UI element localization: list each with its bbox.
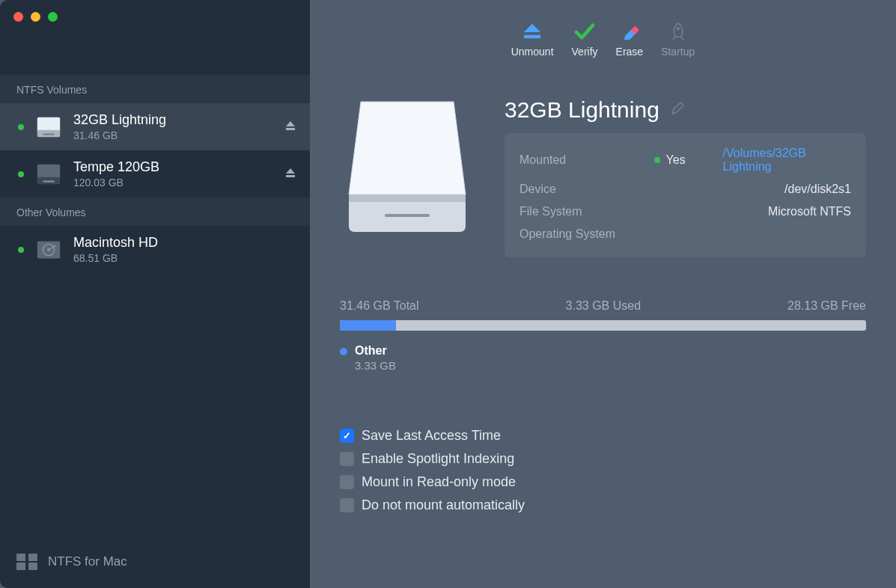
usage-used: 3.33 GB Used <box>566 299 641 313</box>
usage-bar-fill <box>340 320 396 331</box>
option-save-last-access[interactable]: Save Last Access Time <box>340 424 866 447</box>
mounted-status: Yes <box>666 153 723 167</box>
erase-button[interactable]: Erase <box>616 22 644 58</box>
svg-rect-15 <box>25 554 28 570</box>
volume-row-tempe-120gb[interactable]: Tempe 120GB 120.03 GB <box>0 150 310 197</box>
edit-name-button[interactable] <box>670 101 685 119</box>
zoom-window-button[interactable] <box>48 12 58 22</box>
pencil-icon <box>670 101 685 116</box>
volume-info: 32GB Lightning Mounted Yes /Volumes/32GB… <box>505 97 866 257</box>
checkbox-icon <box>340 498 354 512</box>
option-spotlight-indexing[interactable]: Enable Spotlight Indexing <box>340 447 866 471</box>
option-label: Mount in Read-only mode <box>362 474 516 490</box>
volume-name: 32GB Lightning <box>73 112 274 128</box>
rocket-icon <box>667 22 689 41</box>
option-no-automount[interactable]: Do not mount automatically <box>340 494 866 517</box>
checkmark-icon <box>573 22 596 41</box>
volume-hero: 32GB Lightning Mounted Yes /Volumes/32GB… <box>340 97 866 257</box>
close-window-button[interactable] <box>13 12 23 22</box>
info-label: File System <box>519 205 654 218</box>
minimize-window-button[interactable] <box>31 12 40 22</box>
option-readonly-mode[interactable]: Mount in Read-only mode <box>340 471 866 494</box>
volume-size: 68.51 GB <box>73 252 296 264</box>
usage-labels: 31.46 GB Total 3.33 GB Used 28.13 GB Fre… <box>340 299 866 313</box>
unmount-button[interactable]: Unmount <box>511 22 554 58</box>
content-pane: 32GB Lightning Mounted Yes /Volumes/32GB… <box>310 75 896 588</box>
option-label: Do not mount automatically <box>362 497 525 513</box>
verify-label: Verify <box>572 46 598 58</box>
ntfs-volumes-header: NTFS Volumes <box>0 75 310 103</box>
legend-value: 3.33 GB <box>355 359 396 372</box>
checkbox-icon <box>340 429 354 443</box>
info-row-os: Operating System <box>519 223 851 245</box>
svg-rect-16 <box>385 214 430 217</box>
volume-row-macintosh-hd[interactable]: Macintosh HD 68.51 GB <box>0 226 310 273</box>
svg-rect-8 <box>43 180 54 182</box>
mount-path-link[interactable]: /Volumes/32GB Lightning <box>723 147 851 174</box>
app-window: Unmount Verify Erase Star <box>0 0 896 588</box>
app-name: NTFS for Mac <box>48 554 127 569</box>
sidebar-footer: NTFS for Mac <box>0 536 310 588</box>
disk-image <box>340 97 475 239</box>
volume-name: Tempe 120GB <box>73 159 274 175</box>
sidebar: NTFS Volumes 32GB Lightning 31.46 GB <box>0 75 310 588</box>
volume-labels: 32GB Lightning 31.46 GB <box>73 112 274 141</box>
main-area: NTFS Volumes 32GB Lightning 31.46 GB <box>0 75 896 588</box>
svg-rect-5 <box>286 128 295 130</box>
eject-icon <box>521 22 543 41</box>
usage-legend: Other 3.33 GB <box>340 344 866 372</box>
eject-button[interactable] <box>284 120 296 135</box>
status-dot-icon <box>654 157 660 163</box>
verify-button[interactable]: Verify <box>572 22 598 58</box>
filesystem-value: Microsoft NTFS <box>768 205 851 218</box>
volume-labels: Tempe 120GB 120.03 GB <box>73 159 274 189</box>
status-dot-icon <box>18 171 24 177</box>
mount-options: Save Last Access Time Enable Spotlight I… <box>340 424 866 517</box>
info-label: Mounted <box>519 153 654 167</box>
eraser-icon <box>618 22 641 41</box>
toolbar: Unmount Verify Erase Star <box>310 0 896 75</box>
status-dot-icon <box>18 247 24 253</box>
volume-title: 32GB Lightning <box>505 97 659 123</box>
usage-total: 31.46 GB Total <box>340 299 419 313</box>
svg-rect-4 <box>43 133 54 135</box>
svg-point-1 <box>676 27 680 31</box>
eject-icon <box>284 120 296 132</box>
svg-rect-0 <box>524 35 540 39</box>
info-row-filesystem: File System Microsoft NTFS <box>519 200 851 223</box>
info-label: Operating System <box>519 227 654 241</box>
unmount-label: Unmount <box>511 46 554 58</box>
info-label: Device <box>519 183 654 196</box>
other-volumes-header: Other Volumes <box>0 197 310 226</box>
erase-label: Erase <box>616 46 644 58</box>
legend-label: Other <box>355 344 396 358</box>
volume-labels: Macintosh HD 68.51 GB <box>73 235 296 264</box>
volume-title-row: 32GB Lightning <box>505 97 866 123</box>
usage-free: 28.13 GB Free <box>787 299 866 313</box>
eject-button[interactable] <box>284 167 296 182</box>
window-controls <box>0 0 310 75</box>
volume-name: Macintosh HD <box>73 235 296 251</box>
volume-row-32gb-lightning[interactable]: 32GB Lightning 31.46 GB <box>0 103 310 150</box>
checkbox-icon <box>340 475 354 489</box>
drives-icon <box>16 554 37 570</box>
eject-icon <box>284 167 296 179</box>
volume-size: 120.03 GB <box>73 177 274 189</box>
startup-button: Startup <box>661 22 695 58</box>
titlebar: Unmount Verify Erase Star <box>0 0 896 75</box>
status-dot-icon <box>18 124 24 130</box>
usage-bar <box>340 320 866 331</box>
info-row-device: Device /dev/disk2s1 <box>519 178 851 200</box>
legend-dot-icon <box>340 348 347 355</box>
svg-rect-9 <box>286 175 295 177</box>
hard-drive-icon <box>34 236 63 264</box>
info-row-mounted: Mounted Yes /Volumes/32GB Lightning <box>519 142 851 178</box>
volume-size: 31.46 GB <box>73 129 274 141</box>
startup-label: Startup <box>661 46 695 58</box>
device-value: /dev/disk2s1 <box>784 183 851 196</box>
option-label: Save Last Access Time <box>362 428 501 444</box>
legend-text: Other 3.33 GB <box>355 344 396 372</box>
checkbox-icon <box>340 452 354 466</box>
disk-icon <box>34 113 63 141</box>
info-card: Mounted Yes /Volumes/32GB Lightning Devi… <box>505 133 866 257</box>
